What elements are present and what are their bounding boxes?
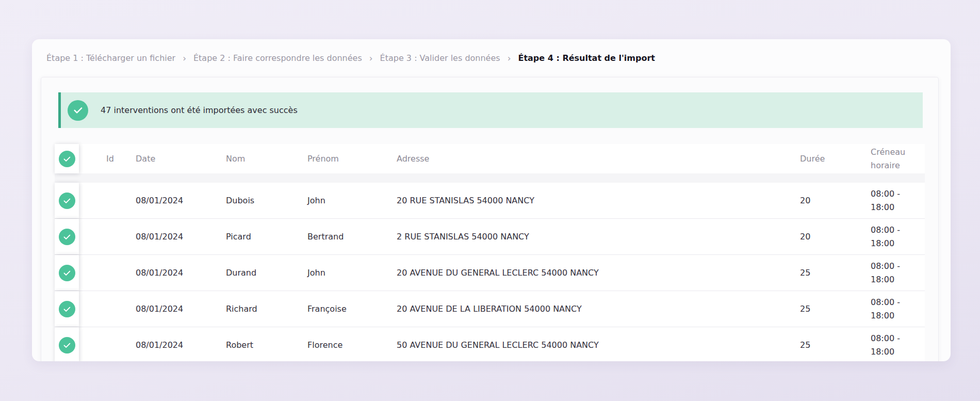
- cell-date: 08/01/2024: [136, 232, 226, 242]
- breadcrumb-step: Étape 4 : Résultat de l'import: [518, 53, 655, 63]
- row-status-cell: [55, 291, 79, 327]
- col-header-nom: Nom: [226, 154, 307, 164]
- row-status-cell: [55, 327, 79, 361]
- table-row[interactable]: 08/01/2024 Durand John 20 AVENUE DU GENE…: [55, 255, 925, 291]
- breadcrumb-step[interactable]: Étape 2 : Faire correspondre les données: [193, 53, 362, 63]
- cell-duree: 20: [800, 232, 871, 242]
- col-header-date: Date: [136, 154, 226, 164]
- row-status-cell: [55, 219, 79, 254]
- chevron-right-icon: ›: [369, 53, 373, 63]
- header-body-gap: [55, 173, 925, 183]
- cell-creneau: 08:00 - 18:00: [871, 187, 925, 214]
- cell-nom: Dubois: [226, 196, 307, 205]
- cell-adresse: 50 AVENUE DU GENERAL LECLERC 54000 NANCY: [397, 340, 800, 350]
- cell-creneau: 08:00 - 18:00: [871, 223, 925, 250]
- cell-adresse: 2 RUE STANISLAS 54000 NANCY: [397, 232, 800, 242]
- check-circle-icon: [59, 265, 75, 281]
- cell-date: 08/01/2024: [136, 304, 226, 314]
- row-status-cell: [55, 183, 79, 218]
- cell-prenom: Bertrand: [307, 232, 397, 242]
- cell-adresse: 20 AVENUE DE LA LIBERATION 54000 NANCY: [397, 304, 800, 314]
- col-header-creneau: Créneau horaire: [871, 146, 925, 172]
- table-row[interactable]: 08/01/2024 Richard Françoise 20 AVENUE D…: [55, 291, 925, 327]
- cell-duree: 20: [800, 196, 871, 205]
- cell-nom: Robert: [226, 340, 307, 350]
- breadcrumb-step[interactable]: Étape 3 : Valider les données: [380, 53, 500, 63]
- import-result-panel: 47 interventions ont été importées avec …: [41, 77, 939, 361]
- cell-creneau: 08:00 - 18:00: [871, 332, 925, 359]
- row-status-cell: [55, 255, 79, 291]
- success-message: 47 interventions ont été importées avec …: [101, 105, 298, 115]
- table-row[interactable]: 08/01/2024 Dubois John 20 RUE STANISLAS …: [55, 183, 925, 219]
- interventions-table: Id Date Nom Prénom Adresse Durée Créneau…: [55, 144, 925, 361]
- cell-nom: Durand: [226, 268, 307, 278]
- cell-date: 08/01/2024: [136, 196, 226, 205]
- check-circle-icon: [59, 301, 75, 317]
- cell-creneau: 08:00 - 18:00: [871, 260, 925, 286]
- chevron-right-icon: ›: [183, 53, 186, 63]
- import-wizard-card: Étape 1 : Télécharger un fichier›Étape 2…: [32, 39, 951, 361]
- col-header-adresse: Adresse: [397, 154, 800, 164]
- cell-prenom: John: [307, 268, 397, 278]
- cell-duree: 25: [800, 304, 871, 314]
- header-status-cell: [55, 144, 79, 173]
- col-header-id: Id: [79, 154, 136, 164]
- check-circle-icon: [59, 229, 75, 245]
- cell-date: 08/01/2024: [136, 340, 226, 350]
- table-row[interactable]: 08/01/2024 Picard Bertrand 2 RUE STANISL…: [55, 219, 925, 255]
- success-banner: 47 interventions ont été importées avec …: [58, 92, 923, 128]
- cell-prenom: Florence: [307, 340, 397, 350]
- breadcrumb-step[interactable]: Étape 1 : Télécharger un fichier: [46, 53, 175, 63]
- cell-date: 08/01/2024: [136, 268, 226, 278]
- cell-adresse: 20 RUE STANISLAS 54000 NANCY: [397, 196, 800, 205]
- check-circle-icon: [68, 100, 88, 121]
- cell-creneau: 08:00 - 18:00: [871, 296, 925, 323]
- check-circle-icon: [59, 151, 75, 167]
- cell-adresse: 20 AVENUE DU GENERAL LECLERC 54000 NANCY: [397, 268, 800, 278]
- table-row[interactable]: 08/01/2024 Robert Florence 50 AVENUE DU …: [55, 327, 925, 361]
- cell-prenom: Françoise: [307, 304, 397, 314]
- col-header-duree: Durée: [800, 154, 871, 164]
- table-body: 08/01/2024 Dubois John 20 RUE STANISLAS …: [55, 183, 925, 361]
- col-header-prenom: Prénom: [307, 154, 397, 164]
- table-header-row: Id Date Nom Prénom Adresse Durée Créneau…: [55, 144, 925, 173]
- cell-nom: Richard: [226, 304, 307, 314]
- cell-prenom: John: [307, 196, 397, 205]
- breadcrumb: Étape 1 : Télécharger un fichier›Étape 2…: [32, 39, 951, 77]
- cell-duree: 25: [800, 340, 871, 350]
- chevron-right-icon: ›: [508, 53, 511, 63]
- check-circle-icon: [59, 193, 75, 209]
- cell-nom: Picard: [226, 232, 307, 242]
- cell-duree: 25: [800, 268, 871, 278]
- check-circle-icon: [59, 337, 75, 354]
